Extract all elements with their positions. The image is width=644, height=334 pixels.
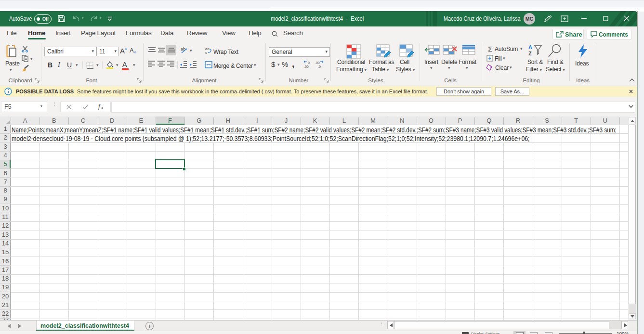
svg-text:0: 0 <box>308 61 310 64</box>
svg-text:.0: .0 <box>318 65 321 68</box>
svg-text:.00: .00 <box>315 61 320 64</box>
svg-text:Z: Z <box>528 51 532 56</box>
svg-text:A: A <box>528 44 532 50</box>
svg-text:c: c <box>205 51 207 54</box>
svg-text:.00: .00 <box>304 65 309 68</box>
